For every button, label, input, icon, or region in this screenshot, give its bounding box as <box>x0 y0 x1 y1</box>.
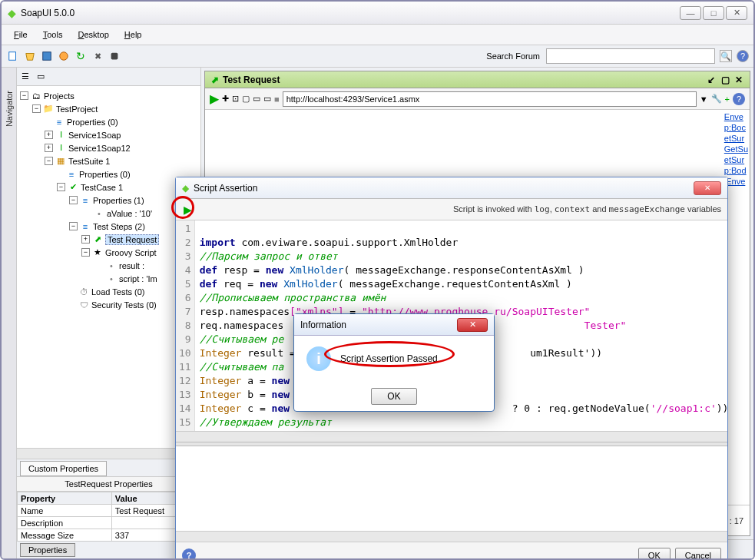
menubar: FFileile Tools Desktop Help <box>2 25 753 45</box>
custom-properties-tab[interactable]: Custom Properties <box>20 461 107 476</box>
output-pane[interactable] <box>176 446 727 531</box>
workspace-icon: 🗂 <box>31 91 41 101</box>
information-dialog: Information ✕ i Script Assertion Passed … <box>293 313 495 412</box>
inner-min-icon[interactable]: ↙ <box>705 75 717 85</box>
add-icon[interactable]: ✚ <box>222 94 229 104</box>
tree-item-props[interactable]: Properties (0) <box>79 170 131 179</box>
tree-item-load[interactable]: Load Tests (0) <box>91 287 145 297</box>
tree-item-props1[interactable]: Properties (1) <box>93 196 144 205</box>
tree-item-project[interactable]: TestProject <box>56 104 98 114</box>
overlay-help-icon[interactable]: ? <box>182 548 196 559</box>
load-icon: ⏱ <box>78 287 89 297</box>
expand-icon[interactable]: − <box>45 157 53 165</box>
security-icon: 🛡 <box>78 300 89 310</box>
tree-item-props[interactable]: Properties (0) <box>67 118 118 127</box>
titlebar: ◆ SoapUI 5.0.0 — □ ✕ <box>2 2 753 25</box>
menu-tools[interactable]: Tools <box>37 28 69 41</box>
tb-icon[interactable]: ▢ <box>242 94 250 104</box>
col-property: Property <box>18 492 112 505</box>
properties-table: PropertyValue NameTest Request Descripti… <box>17 492 200 542</box>
menu-desktop[interactable]: Desktop <box>71 28 114 41</box>
tb-icon[interactable]: ▭ <box>253 94 260 104</box>
import-icon[interactable] <box>23 49 37 63</box>
code-hscroll[interactable] <box>176 431 727 442</box>
tree-item-teststeps[interactable]: Test Steps (2) <box>93 222 145 231</box>
svg-marker-1 <box>26 54 35 61</box>
xml-outline[interactable]: Enve p:Boc etSur GetSu etSur p:Bod lEnve <box>724 111 748 187</box>
navigator-panel: ☰ ▭ −🗂Projects −📁TestProject ≡Properties… <box>17 68 201 558</box>
forum-icon[interactable] <box>57 49 71 63</box>
wrench-icon[interactable]: 🔧 <box>711 94 722 104</box>
tree-item-case[interactable]: TestCase 1 <box>81 183 123 192</box>
tree-item-svc2[interactable]: Service1Soap12 <box>68 144 131 153</box>
tree-item-suite[interactable]: TestSuite 1 <box>68 157 110 166</box>
dialog-message: Script Assertion Passed <box>340 353 438 364</box>
tree-item-testrequest[interactable]: Test Request <box>105 234 159 245</box>
save-all-icon[interactable] <box>40 49 54 63</box>
tree-item-script[interactable]: script : 'Im <box>119 274 157 283</box>
request-icon: ⬈ <box>210 75 220 84</box>
overlay-ok-button[interactable]: OK <box>638 548 671 559</box>
props-icon: ≡ <box>66 170 77 179</box>
expand-icon[interactable]: − <box>69 196 78 204</box>
dialog-close-button[interactable]: ✕ <box>457 318 488 332</box>
dialog-title: Information <box>300 320 457 330</box>
tb-icon[interactable]: ▭ <box>263 94 271 104</box>
tree-item-result[interactable]: result : <box>119 261 144 270</box>
new-icon[interactable] <box>6 49 20 63</box>
svg-rect-4 <box>111 53 118 60</box>
expand-icon[interactable]: + <box>45 131 53 139</box>
minimize-button[interactable]: — <box>680 6 701 20</box>
nav-collapse-icon[interactable]: ☰ <box>18 69 32 83</box>
inner-close-icon[interactable]: ✕ <box>733 75 745 85</box>
tools-icon[interactable]: ✖ <box>91 49 104 63</box>
dialog-ok-button[interactable]: OK <box>371 388 416 405</box>
menu-help[interactable]: Help <box>118 28 148 41</box>
tree-root[interactable]: Projects <box>44 91 75 101</box>
overlay-close-button[interactable]: ✕ <box>694 181 721 195</box>
expand-icon[interactable]: − <box>57 183 65 191</box>
expand-icon[interactable]: − <box>81 248 90 257</box>
maximize-button[interactable]: □ <box>703 6 724 20</box>
overlay-cancel-button[interactable]: Cancel <box>675 548 721 559</box>
proxy-icon[interactable] <box>108 49 121 63</box>
inner-max-icon[interactable]: ▢ <box>719 75 731 85</box>
nav-hscroll[interactable] <box>17 448 200 459</box>
pref-icon[interactable]: ↻ <box>74 49 88 63</box>
tree-item-groovy[interactable]: Groovy Script <box>105 248 157 257</box>
table-row[interactable]: Message Size337 <box>18 529 200 542</box>
stop-icon[interactable]: ⊡ <box>232 94 239 104</box>
table-row[interactable]: Description <box>18 517 200 529</box>
nav-expand-icon[interactable]: ▭ <box>34 69 48 83</box>
project-tree[interactable]: −🗂Projects −📁TestProject ≡Properties (0)… <box>17 86 200 448</box>
properties-footer-tab[interactable]: Properties <box>20 543 75 557</box>
help-icon[interactable]: ? <box>733 93 745 105</box>
dropdown-icon[interactable]: ▼ <box>700 94 708 104</box>
tb-icon[interactable]: ■ <box>274 94 280 104</box>
menu-file[interactable]: FFileile <box>8 28 34 41</box>
expand-icon[interactable]: − <box>69 222 78 230</box>
search-go-icon[interactable]: 🔍 <box>720 50 732 62</box>
run-icon[interactable]: ▶ <box>210 91 219 106</box>
table-row[interactable]: NameTest Request <box>18 505 200 517</box>
expand-icon[interactable]: + <box>81 235 90 244</box>
tree-item-security[interactable]: Security Tests (0) <box>91 300 157 310</box>
output-hscroll[interactable] <box>176 531 727 542</box>
add-assertion-icon[interactable]: + <box>725 94 730 104</box>
groovy-icon: ★ <box>92 248 103 257</box>
help-icon[interactable]: ? <box>737 50 749 62</box>
tree-item-svc1[interactable]: Service1Soap <box>68 131 121 140</box>
expand-icon[interactable]: + <box>45 144 53 152</box>
navigator-tab[interactable]: Navigator <box>2 68 17 558</box>
expand-icon[interactable]: − <box>20 91 28 100</box>
tree-item-avalue[interactable]: aValue : '10' <box>107 209 152 218</box>
test-request-title: Test Request <box>223 75 280 85</box>
search-label: Search Forum <box>486 51 540 61</box>
endpoint-input[interactable] <box>283 91 697 107</box>
properties-title: TestRequest Properties <box>17 476 200 492</box>
testsuite-icon: ▦ <box>55 157 66 166</box>
svg-rect-0 <box>9 52 16 61</box>
expand-icon[interactable]: − <box>32 104 41 113</box>
close-button[interactable]: ✕ <box>726 6 747 20</box>
search-input[interactable] <box>546 48 715 64</box>
